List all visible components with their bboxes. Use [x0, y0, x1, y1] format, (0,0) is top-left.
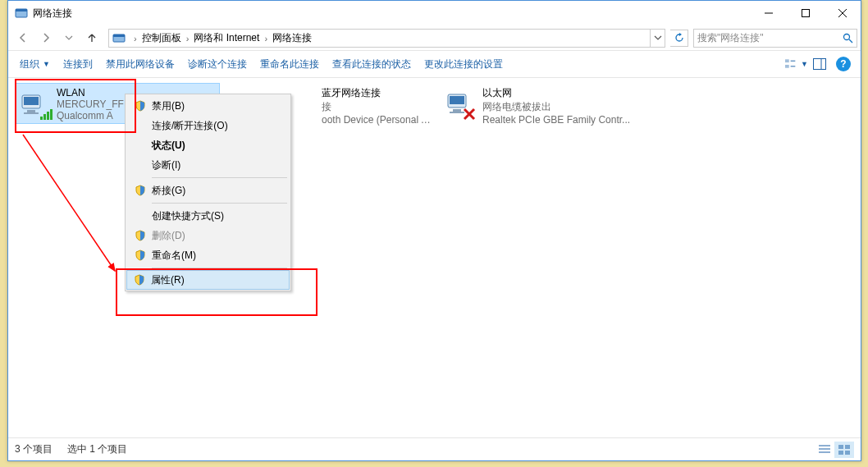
breadcrumb-icon	[112, 31, 126, 44]
shield-icon	[132, 185, 148, 196]
maximize-button[interactable]	[787, 1, 824, 25]
network-item-ethernet[interactable]: 以太网 网络电缆被拔出 Realtek PCIe GBE Family Cont…	[441, 83, 646, 124]
ctx-delete[interactable]: 删除(D)	[127, 226, 289, 245]
ctx-separator	[152, 177, 287, 178]
svg-rect-14	[814, 59, 826, 70]
breadcrumb-item[interactable]: 网络和 Internet	[194, 31, 259, 45]
status-selection: 选中 1 个项目	[67, 442, 127, 456]
chevron-right-icon[interactable]: ›	[264, 33, 267, 43]
minimize-button[interactable]	[750, 1, 787, 25]
item-title: 蓝牙网络连接	[322, 86, 436, 100]
shield-icon	[132, 100, 148, 112]
network-icon	[17, 85, 57, 125]
svg-rect-11	[785, 65, 789, 68]
svg-rect-38	[845, 445, 850, 449]
svg-rect-22	[47, 112, 49, 120]
chevron-right-icon[interactable]: ›	[186, 33, 190, 43]
svg-rect-40	[845, 451, 850, 455]
search-input[interactable]: 搜索"网络连接"	[693, 29, 857, 48]
ctx-bridge[interactable]: 桥接(G)	[127, 181, 289, 200]
svg-rect-21	[43, 114, 46, 120]
breadcrumb-item[interactable]: 控制面板	[142, 31, 181, 45]
item-title: 以太网	[482, 86, 630, 100]
svg-rect-7	[113, 34, 125, 37]
svg-line-9	[849, 39, 852, 43]
cmd-rename[interactable]: 重命名此连接	[254, 54, 326, 75]
refresh-button[interactable]	[670, 30, 688, 47]
shield-icon	[131, 274, 148, 286]
svg-rect-37	[838, 445, 843, 449]
svg-rect-29	[450, 96, 464, 104]
item-adapter: ooth Device (Personal Ar...	[322, 114, 436, 126]
item-title: WLAN	[57, 87, 124, 98]
status-bar: 3 个项目 选中 1 个项目	[8, 437, 861, 460]
svg-rect-39	[838, 451, 843, 455]
cmd-diagnose[interactable]: 诊断这个连接	[181, 54, 254, 75]
item-subtitle: 网络电缆被拔出	[482, 100, 630, 114]
nav-forward-button[interactable]	[34, 28, 57, 48]
item-subtitle: 接	[322, 100, 436, 114]
breadcrumb-dropdown[interactable]	[650, 30, 665, 47]
chevron-right-icon[interactable]: ›	[134, 33, 137, 43]
view-details-button[interactable]	[815, 442, 834, 458]
ctx-shortcut[interactable]: 创建快捷方式(S)	[127, 206, 289, 226]
preview-pane-button[interactable]	[808, 54, 831, 74]
svg-rect-10	[785, 59, 789, 62]
ctx-rename[interactable]: 重命名(M)	[127, 245, 289, 265]
close-button[interactable]	[824, 1, 861, 25]
cmd-connect-to[interactable]: 连接到	[57, 54, 99, 75]
shield-icon	[132, 230, 148, 241]
svg-rect-31	[450, 112, 464, 113]
search-icon[interactable]	[838, 33, 857, 43]
ctx-status[interactable]: 状态(U)	[127, 135, 289, 155]
status-count: 3 个项目	[15, 442, 53, 456]
cmd-change-settings[interactable]: 更改此连接的设置	[418, 54, 509, 75]
nav-up-button[interactable]	[80, 28, 103, 48]
titlebar: 网络连接	[8, 1, 861, 25]
item-adapter: Realtek PCIe GBE Family Contr...	[482, 114, 630, 126]
item-subtitle: MERCURY_FF	[57, 98, 124, 110]
cmd-view-status[interactable]: 查看此连接的状态	[326, 54, 418, 75]
ctx-separator	[152, 268, 287, 268]
window-app-icon	[15, 7, 28, 20]
svg-point-8	[843, 34, 849, 39]
cmd-organize[interactable]: 组织▼	[13, 54, 57, 75]
network-icon	[443, 85, 482, 124]
nav-back-button[interactable]	[11, 28, 34, 48]
view-tiles-button[interactable]	[834, 442, 854, 458]
cmd-disable-device[interactable]: 禁用此网络设备	[99, 54, 181, 75]
command-bar: 组织▼ 连接到 禁用此网络设备 诊断这个连接 重命名此连接 查看此连接的状态 更…	[8, 50, 861, 78]
shield-icon	[132, 250, 148, 261]
breadcrumb-item[interactable]: 网络连接	[272, 31, 312, 45]
ctx-diagnose[interactable]: 诊断(I)	[127, 155, 289, 175]
svg-rect-1	[16, 9, 27, 11]
svg-rect-30	[453, 109, 461, 112]
ctx-connect-disconnect[interactable]: 连接/断开连接(O)	[127, 116, 289, 135]
svg-rect-17	[24, 97, 39, 105]
svg-rect-3	[802, 10, 809, 17]
svg-rect-19	[24, 112, 39, 114]
breadcrumb[interactable]: › 控制面板 › 网络和 Internet › 网络连接	[108, 29, 665, 48]
context-menu: 禁用(B) 连接/断开连接(O) 状态(U) 诊断(I) 桥接(G) 创建快捷方…	[125, 94, 291, 291]
item-adapter: Qualcomm A	[57, 110, 124, 121]
nav-recent-dropdown[interactable]	[57, 28, 80, 48]
search-placeholder: 搜索"网络连接"	[697, 31, 764, 45]
ctx-properties[interactable]: 属性(R)	[126, 270, 290, 290]
svg-rect-18	[27, 110, 35, 112]
svg-rect-23	[50, 109, 53, 120]
help-button[interactable]: ?	[836, 57, 851, 71]
view-options-button[interactable]: ▼	[785, 54, 808, 74]
ctx-separator	[152, 203, 287, 204]
ctx-disable[interactable]: 禁用(B)	[127, 96, 289, 116]
window-title: 网络连接	[33, 7, 72, 21]
svg-rect-20	[40, 117, 43, 120]
address-bar-row: › 控制面板 › 网络和 Internet › 网络连接 搜索"网络连接"	[8, 25, 861, 50]
